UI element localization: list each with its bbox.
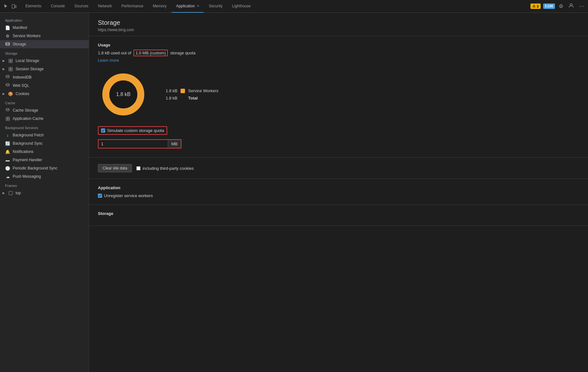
quota-input-row: MB	[98, 139, 579, 148]
svg-rect-4	[9, 59, 10, 61]
tab-lighthouse[interactable]: Lighthouse	[228, 0, 255, 13]
simulate-checkbox[interactable]	[101, 128, 105, 133]
storage-icon	[5, 42, 10, 47]
storage-section-bottom: Storage	[89, 205, 588, 226]
svg-rect-9	[11, 67, 12, 69]
info-badge[interactable]: ℹ 236	[543, 3, 555, 9]
content-header: Storage https://www.bing.com	[89, 13, 588, 36]
svg-rect-1	[15, 5, 16, 8]
sidebar-item-periodic-bg-sync[interactable]: 🕐 Periodic Background Sync	[0, 164, 89, 172]
sidebar-item-top[interactable]: ▶ top	[0, 189, 89, 197]
sidebar-item-storage[interactable]: Storage	[0, 40, 89, 48]
third-party-cookies-label[interactable]: including third-party cookies	[136, 166, 194, 171]
legend-row-total: 1.8 kB Total	[161, 96, 218, 100]
arrow-icon-2: ▶	[3, 67, 5, 71]
cache-storage-icon	[5, 108, 10, 113]
quota-input[interactable]	[98, 139, 168, 148]
tab-bar: Elements Console Sources Network Perform…	[21, 0, 530, 13]
quota-highlight: 1.0 MB (custom)	[133, 50, 168, 56]
svg-point-3	[6, 42, 10, 44]
sidebar: Application 📄 Manifest ⚙ Service Workers…	[0, 13, 89, 372]
warn-badge[interactable]: ⚠ 3	[530, 3, 540, 9]
tab-application[interactable]: Application ✕	[172, 0, 204, 13]
close-tab-icon[interactable]: ✕	[197, 4, 199, 8]
legend-color-total	[181, 96, 185, 100]
sidebar-section-frames: Frames	[0, 181, 89, 189]
tab-performance[interactable]: Performance	[117, 0, 148, 13]
sidebar-item-session-storage[interactable]: ▶ Session Storage	[0, 65, 89, 73]
svg-rect-7	[11, 61, 12, 63]
svg-rect-16	[8, 117, 10, 119]
sidebar-item-web-sql[interactable]: Web SQL	[0, 81, 89, 90]
chart-area: 1.8 kB 1.8 kB Service Workers 1.8 kB Tot…	[98, 69, 579, 120]
cookies-icon: 🍪	[8, 91, 13, 96]
sidebar-item-cookies[interactable]: ▶ 🍪 Cookies	[0, 90, 89, 98]
simulate-label: Simulate custom storage quota	[107, 128, 164, 133]
svg-rect-8	[9, 67, 10, 69]
local-storage-icon	[8, 58, 13, 63]
sidebar-item-notifications[interactable]: 🔔 Notifications	[0, 148, 89, 156]
svg-rect-17	[6, 119, 8, 121]
tab-network[interactable]: Network	[93, 0, 116, 13]
sidebar-item-payment-handler[interactable]: ▬ Payment Handler	[0, 156, 89, 164]
svg-rect-19	[9, 191, 12, 195]
simulate-checkbox-wrapper[interactable]: Simulate custom storage quota	[98, 126, 167, 135]
arrow-icon: ▶	[3, 59, 5, 62]
clear-site-data-button[interactable]: Clear site data	[98, 164, 132, 172]
user-icon[interactable]	[567, 2, 575, 11]
sidebar-item-bg-sync[interactable]: 🔄 Background Sync	[0, 139, 89, 148]
toolbar-right: ⚠ 3 ℹ 236 ⚙ ⋯	[530, 2, 585, 11]
sidebar-item-bg-fetch[interactable]: ↕ Background Fetch	[0, 131, 89, 139]
tab-memory[interactable]: Memory	[148, 0, 171, 13]
tab-security[interactable]: Security	[204, 0, 227, 13]
unregister-sw-checkbox[interactable]	[98, 194, 102, 198]
bg-sync-icon: 🔄	[5, 141, 10, 146]
more-icon[interactable]: ⋯	[578, 2, 585, 10]
svg-rect-10	[9, 69, 10, 71]
manifest-icon: 📄	[5, 25, 10, 30]
svg-point-14	[6, 108, 9, 110]
legend-color-service-workers	[181, 89, 185, 93]
sidebar-item-push-messaging[interactable]: ☁ Push Messaging	[0, 172, 89, 181]
app-section-title: Application	[98, 185, 579, 190]
svg-point-13	[6, 84, 9, 85]
tab-console[interactable]: Console	[46, 0, 69, 13]
third-party-cookies-checkbox[interactable]	[136, 166, 140, 170]
settings-icon[interactable]: ⚙	[557, 2, 564, 10]
sidebar-item-manifest[interactable]: 📄 Manifest	[0, 24, 89, 32]
sidebar-item-application-cache[interactable]: Application Cache	[0, 114, 89, 123]
sidebar-section-cache: Cache	[0, 98, 89, 106]
sidebar-section-bg-services: Background Services	[0, 123, 89, 131]
clear-section: Clear site data including third-party co…	[89, 158, 588, 179]
chart-legend: 1.8 kB Service Workers 1.8 kB Total	[161, 88, 218, 100]
tab-sources[interactable]: Sources	[70, 0, 93, 13]
cursor-icon[interactable]	[3, 3, 9, 10]
device-icon[interactable]	[11, 3, 17, 10]
usage-text: 1.8 kB used out of 1.0 MB (custom) stora…	[98, 51, 579, 55]
sidebar-item-indexeddb[interactable]: IndexedDB	[0, 73, 89, 81]
top-frame-icon	[8, 190, 13, 196]
svg-point-12	[6, 75, 9, 77]
toolbar-icons	[3, 3, 17, 10]
page-url: https://www.bing.com	[98, 28, 579, 32]
sidebar-item-local-storage[interactable]: ▶ Local Storage	[0, 57, 89, 65]
clear-row: Clear site data including third-party co…	[98, 164, 579, 172]
tab-elements[interactable]: Elements	[21, 0, 46, 13]
svg-rect-15	[6, 117, 8, 119]
bg-fetch-icon: ↕	[5, 133, 10, 138]
unregister-sw-label[interactable]: Unregister service workers	[98, 193, 579, 198]
indexeddb-icon	[5, 75, 10, 80]
legend-row-service-workers: 1.8 kB Service Workers	[161, 88, 218, 93]
sidebar-section-application: Application	[0, 15, 89, 24]
periodic-bg-sync-icon: 🕐	[5, 166, 10, 171]
toolbar: Elements Console Sources Network Perform…	[0, 0, 588, 13]
arrow-icon-top: ▶	[3, 191, 5, 195]
learn-more-link[interactable]: Learn more	[98, 58, 579, 63]
payment-handler-icon: ▬	[5, 157, 10, 162]
main-layout: Application 📄 Manifest ⚙ Service Workers…	[0, 13, 588, 372]
app-section: Application Unregister service workers	[89, 179, 588, 205]
sidebar-item-service-workers[interactable]: ⚙ Service Workers	[0, 32, 89, 40]
sidebar-item-cache-storage[interactable]: Cache Storage	[0, 106, 89, 114]
session-storage-icon	[8, 66, 13, 72]
page-title: Storage	[98, 19, 579, 26]
